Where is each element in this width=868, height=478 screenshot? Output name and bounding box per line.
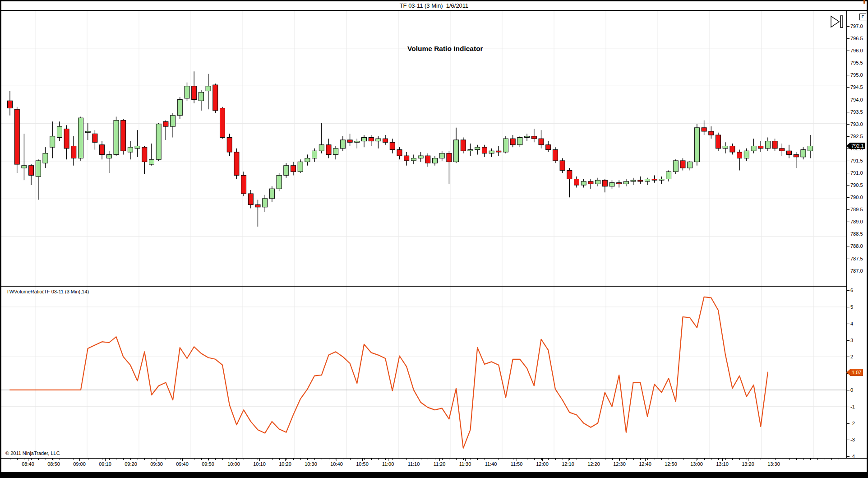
axis-label: 796.0 [850, 48, 863, 53]
time-label: 13:10 [716, 461, 729, 467]
time-minor-tick [208, 459, 209, 460]
axis-tick [847, 38, 850, 39]
time-minor-tick [307, 459, 308, 460]
time-minor-tick [555, 459, 556, 460]
time-label: 13:20 [742, 461, 754, 467]
time-minor-tick [173, 459, 173, 460]
time-minor-tick [81, 459, 81, 460]
time-minor-tick [548, 459, 549, 460]
time-minor-tick [52, 459, 53, 460]
time-minor-tick [329, 459, 329, 460]
time-minor-tick [605, 459, 605, 460]
axis-tick [847, 456, 850, 457]
time-minor-tick [159, 459, 159, 460]
time-minor-tick [343, 459, 343, 460]
fixed-scale-marker[interactable]: F [859, 14, 866, 20]
time-minor-tick [669, 459, 669, 460]
time-minor-tick [60, 459, 60, 460]
time-minor-tick [38, 459, 39, 460]
axis-label: -3 [850, 437, 855, 442]
time-minor-tick [471, 459, 471, 460]
time-minor-tick [24, 459, 24, 460]
time-minor-tick [747, 459, 747, 460]
time-label: 09:30 [150, 461, 163, 467]
axis-label: 794.5 [850, 84, 863, 90]
time-minor-tick [314, 459, 315, 460]
time-label: 12:50 [665, 461, 677, 467]
time-minor-tick [690, 459, 690, 460]
time-minor-tick [704, 459, 705, 460]
axis-label: 789.5 [850, 207, 863, 212]
axis-label: 796.5 [850, 36, 863, 41]
axis-label: 0 [850, 387, 853, 393]
axis-tick [847, 340, 850, 341]
window-corner-mark [863, 0, 865, 4]
time-minor-tick [46, 459, 46, 460]
time-minor-tick [647, 459, 648, 460]
axis-label: 790.0 [850, 195, 863, 200]
time-minor-tick [194, 459, 194, 460]
time-minor-tick [577, 459, 577, 460]
axis-label: 788.0 [850, 243, 863, 249]
time-minor-tick [322, 459, 322, 460]
axis-label: 788.5 [850, 231, 863, 237]
axis-label: 791.0 [850, 170, 863, 176]
time-minor-tick [350, 459, 351, 460]
time-minor-tick [222, 459, 223, 460]
axis-tick [847, 87, 850, 88]
time-label: 10:30 [305, 461, 317, 467]
indicator-label: TWVolumeRatio(TF 03-11 (3 Min),14) [6, 289, 89, 294]
time-minor-tick [626, 459, 627, 460]
go-to-last-bar-icon[interactable] [829, 14, 845, 29]
time-minor-tick [201, 459, 202, 460]
time-minor-tick [392, 459, 393, 460]
time-minor-tick [782, 459, 782, 460]
axis-label: 791.5 [850, 158, 863, 163]
axis-label: 790.5 [850, 182, 863, 188]
time-minor-tick [251, 459, 251, 460]
axis-label: 787.0 [850, 268, 863, 274]
time-minor-tick [754, 459, 754, 460]
time-minor-tick [88, 459, 88, 460]
time-minor-tick [520, 459, 520, 460]
time-label: 12:10 [562, 461, 574, 467]
axis-label: 789.0 [850, 219, 863, 224]
time-minor-tick [67, 459, 67, 460]
time-minor-tick [265, 459, 265, 460]
time-minor-tick [761, 459, 761, 460]
axis-tick [847, 100, 850, 100]
chart-window: TF 03-11 (3 Min) 1/6/2011 Volume Ratio I… [1, 1, 867, 472]
indicator-panel[interactable] [1, 287, 846, 458]
indicator-value-badge: 1.07 [850, 369, 863, 376]
time-minor-tick [527, 459, 527, 460]
axis-tick [847, 234, 850, 234]
axis-label: -1 [850, 404, 855, 409]
axis-tick [847, 161, 850, 161]
time-minor-tick [732, 459, 733, 460]
time-minor-tick [775, 459, 776, 460]
time-minor-tick [95, 459, 95, 460]
time-minor-tick [336, 459, 336, 460]
time-axis[interactable]: 08:4008:5009:0009:1009:2009:3009:4009:50… [1, 458, 867, 472]
time-minor-tick [300, 459, 301, 460]
time-minor-tick [364, 459, 365, 460]
time-minor-tick [839, 459, 839, 460]
time-minor-tick [428, 459, 428, 460]
volume-ratio-line-chart[interactable] [1, 287, 846, 458]
time-minor-tick [499, 459, 499, 460]
time-minor-tick [272, 459, 272, 460]
axis-tick [847, 136, 850, 137]
time-minor-tick [109, 459, 110, 460]
time-label: 11:30 [459, 461, 471, 467]
axis-tick [847, 209, 850, 210]
time-minor-tick [739, 459, 740, 460]
axis-tick [847, 357, 850, 357]
time-minor-tick [591, 459, 591, 460]
axis-label: 2 [850, 354, 853, 359]
value-axis-gutter[interactable]: 797.0796.5796.0795.5795.0794.5794.0793.5… [847, 11, 867, 458]
time-minor-tick [661, 459, 662, 460]
time-minor-tick [831, 459, 832, 460]
time-label: 12:40 [639, 461, 651, 467]
time-minor-tick [612, 459, 613, 460]
ninjatrader-chart-window: { "window": { "title": "TF 03-11 (3 Min)… [0, 0, 868, 478]
